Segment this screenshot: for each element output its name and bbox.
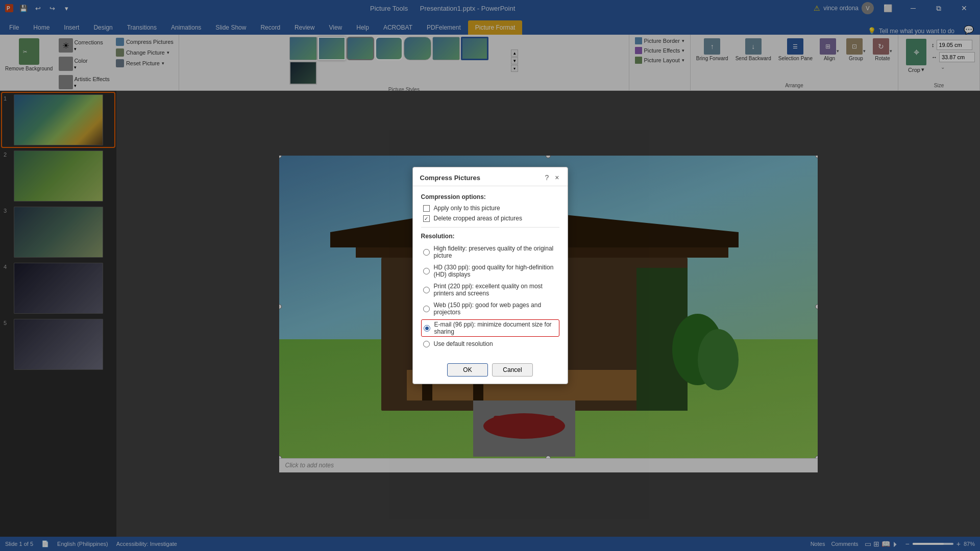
resolution-label-5: Use default resolution	[434, 340, 493, 347]
dialog-help-button[interactable]: ?	[544, 172, 550, 183]
dialog-ok-button[interactable]: OK	[447, 363, 488, 377]
option-row-2: Delete cropped areas of pictures	[421, 215, 559, 222]
resolution-label-2: Print (220 ppi): excellent quality on mo…	[434, 283, 557, 297]
resolution-radio-5[interactable]	[423, 341, 430, 347]
dialog-footer: OK Cancel	[413, 358, 568, 384]
dialog-body: Compression options: Apply only to this …	[413, 186, 568, 358]
dialog-overlay: Compress Pictures ? × Compression option…	[0, 0, 980, 551]
resolution-label-0: High fidelity: preserves quality of the …	[434, 245, 557, 259]
resolution-row-3[interactable]: Web (150 ppi): good for web pages and pr…	[421, 300, 559, 317]
resolution-radio-3[interactable]	[423, 306, 430, 312]
dialog-cancel-button[interactable]: Cancel	[492, 363, 533, 377]
resolution-radio-0[interactable]	[423, 249, 430, 256]
delete-cropped-label: Delete cropped areas of pictures	[434, 215, 522, 222]
dialog-header: Compress Pictures ? ×	[413, 167, 568, 186]
apply-only-checkbox[interactable]	[423, 205, 430, 212]
resolution-title: Resolution:	[421, 233, 559, 240]
dialog-header-icons: ? ×	[544, 172, 560, 183]
option-row-1: Apply only to this picture	[421, 205, 559, 212]
resolution-row-1[interactable]: HD (330 ppi): good quality for high-defi…	[421, 263, 559, 279]
dialog-title: Compress Pictures	[420, 174, 481, 182]
resolution-label-4: E-mail (96 ppi): minimize document size …	[434, 321, 557, 335]
resolution-row-2[interactable]: Print (220 ppi): excellent quality on mo…	[421, 282, 559, 298]
resolution-row-0[interactable]: High fidelity: preserves quality of the …	[421, 244, 559, 260]
resolution-row-5[interactable]: Use default resolution	[421, 339, 559, 348]
resolution-radio-2[interactable]	[423, 287, 430, 293]
delete-cropped-checkbox[interactable]	[423, 215, 430, 222]
compress-pictures-dialog: Compress Pictures ? × Compression option…	[412, 167, 568, 384]
compression-options-title: Compression options:	[421, 193, 559, 201]
resolution-radio-1[interactable]	[423, 268, 430, 274]
apply-only-label: Apply only to this picture	[434, 205, 500, 212]
dialog-close-button[interactable]: ×	[554, 172, 560, 183]
resolution-label-3: Web (150 ppi): good for web pages and pr…	[434, 302, 557, 316]
dialog-separator	[421, 227, 559, 228]
resolution-radio-4[interactable]	[424, 325, 430, 332]
resolution-row-4[interactable]: E-mail (96 ppi): minimize document size …	[421, 319, 559, 337]
resolution-label-1: HD (330 ppi): good quality for high-defi…	[434, 264, 557, 278]
